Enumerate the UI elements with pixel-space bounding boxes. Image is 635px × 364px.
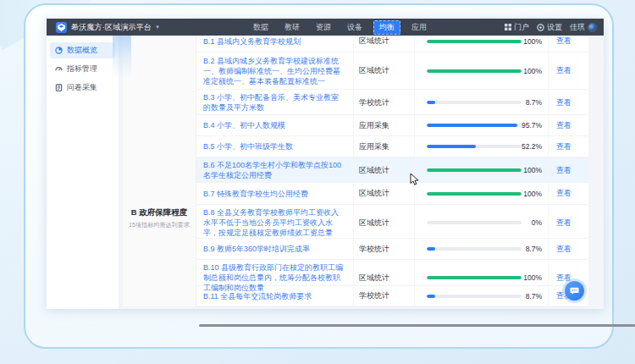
indicator-type: 学校统计: [354, 286, 415, 306]
nav-menu-item-3[interactable]: 资源: [311, 20, 336, 35]
indicator-name-link[interactable]: B.6 不足100名学生村小学和教学点按100名学生核定公用经费: [196, 157, 354, 183]
view-link[interactable]: 查看: [556, 36, 572, 47]
progress-bar: [427, 221, 522, 224]
category-label: B 政府保障程度 15项指标均需达到要求: [123, 207, 196, 229]
progress-percent: 8.7%: [522, 292, 548, 301]
indicator-name-link[interactable]: B.8 全县义务教育学校教师平均工资收入水平不低于当地公务员平均工资收入水平，按…: [196, 205, 354, 240]
action-cell: 查看: [549, 157, 588, 183]
action-cell: 查看: [549, 183, 588, 204]
progress-fill: [427, 69, 522, 73]
page-background: 希沃魔方·区域演示平台 ▾ 数据教研资源设备均衡应用 门户 设置 佳琪: [0, 0, 635, 364]
avatar[interactable]: [588, 23, 597, 32]
top-navbar: 希沃魔方·区域演示平台 ▾ 数据教研资源设备均衡应用 门户 设置 佳琪: [47, 19, 604, 36]
action-cell: 查看: [549, 52, 588, 89]
action-cell: 查看: [549, 205, 588, 240]
indicator-name-link[interactable]: B.9 教师5年360学时培训完成率: [196, 239, 354, 259]
category-subtitle: 15项指标均需达到要求: [124, 221, 194, 229]
nav-menu-item-1[interactable]: 数据: [248, 20, 273, 35]
progress-fill: [427, 295, 435, 298]
survey-collect-icon: [55, 84, 63, 91]
indicator-name-link[interactable]: B.1 县域内义务教育学校规划: [196, 36, 354, 52]
indicator-type: 区域统计: [354, 36, 415, 52]
table-row: B.7 特殊教育学校生均公用经费区域统计100%查看: [196, 183, 588, 205]
sidebar-item-label: 数据概览: [67, 45, 97, 56]
indicator-name-link[interactable]: B.2 县域内城乡义务教育学校建设标准统一、教师编制标准统一、生均公用经费基准定…: [196, 52, 354, 89]
progress-cell: 95.7%: [415, 115, 549, 135]
category-title: B 政府保障程度: [123, 207, 196, 218]
brand[interactable]: 希沃魔方·区域演示平台 ▾: [47, 22, 159, 33]
gear-icon: [537, 24, 544, 31]
sidebar-item-1[interactable]: 数据概览: [50, 42, 115, 58]
table-row: B.6 不足100名学生村小学和教学点按100名学生核定公用经费区域统计100%…: [196, 157, 588, 183]
progress-fill: [427, 145, 476, 148]
progress-percent: 100%: [522, 67, 548, 75]
chat-bubble-icon: [570, 286, 579, 295]
action-cell: 查看: [549, 115, 588, 135]
view-link[interactable]: 查看: [556, 244, 572, 255]
progress-percent: 0%: [522, 218, 548, 227]
indicator-type: 区域统计: [354, 52, 415, 89]
progress-bar: [427, 101, 522, 104]
progress-cell: 8.7%: [415, 239, 549, 259]
nav-menu-item-4[interactable]: 设备: [342, 20, 367, 35]
view-link[interactable]: 查看: [556, 120, 572, 131]
indicator-name-link[interactable]: B.4 小学、初中人数规模: [196, 115, 354, 135]
progress-cell: 100%: [415, 36, 549, 52]
user-menu[interactable]: 佳琪: [570, 22, 597, 33]
view-link[interactable]: 查看: [556, 218, 572, 229]
progress-bar: [427, 69, 522, 73]
nav-menu-item-2[interactable]: 教研: [279, 20, 305, 35]
progress-fill: [427, 247, 435, 251]
progress-cell: 100%: [415, 52, 549, 89]
progress-bar: [427, 145, 522, 148]
sidebar-item-2[interactable]: 指标管理: [50, 61, 115, 77]
progress-percent: 95.7%: [522, 121, 548, 130]
sidebar-item-3[interactable]: 问卷采集: [50, 80, 115, 96]
settings-label: 设置: [547, 22, 562, 33]
progress-percent: 8.7%: [522, 245, 548, 253]
table-row: B.11 全县每年交流轮岗教师要求学校统计8.7%查看: [196, 286, 588, 306]
app-title: 希沃魔方·区域演示平台: [71, 22, 152, 33]
view-link[interactable]: 查看: [556, 65, 572, 76]
settings-button[interactable]: 设置: [537, 22, 562, 33]
progress-bar: [427, 168, 522, 172]
data-overview-icon: [55, 47, 63, 54]
table-row: B.4 小学、初中人数规模应用采集95.7%查看: [196, 115, 588, 136]
table-row: B.5 小学、初中班级学生数应用采集52.2%查看: [196, 136, 588, 157]
nav-menu-item-6[interactable]: 应用: [406, 20, 432, 35]
progress-fill: [427, 192, 522, 196]
progress-cell: 100%: [415, 183, 549, 204]
indicator-name-link[interactable]: B.11 全县每年交流轮岗教师要求: [196, 286, 354, 306]
horizontal-scrollbar[interactable]: [199, 324, 635, 327]
indicator-type: 应用采集: [354, 115, 415, 135]
action-cell: 查看: [549, 36, 588, 52]
view-link[interactable]: 查看: [556, 165, 572, 176]
view-link[interactable]: 查看: [556, 97, 572, 108]
chat-support-button[interactable]: [565, 281, 584, 301]
sidebar-item-label: 指标管理: [67, 63, 97, 74]
indicator-name-link[interactable]: B.7 特殊教育学校生均公用经费: [196, 183, 354, 204]
progress-bar: [427, 124, 522, 127]
progress-bar: [427, 40, 522, 43]
progress-fill: [427, 276, 522, 279]
portal-label: 门户: [514, 22, 529, 33]
progress-percent: 100%: [522, 37, 548, 46]
progress-cell: 52.2%: [415, 136, 549, 157]
indicator-name-link[interactable]: B.5 小学、初中班级学生数: [196, 136, 354, 157]
table-row: B.10 县级教育行政部门在核定的教职工编制总额和岗位总量内，统筹分配各校教职工…: [196, 260, 588, 286]
app-logo-icon: [56, 22, 67, 33]
chevron-down-icon[interactable]: ▾: [156, 24, 159, 30]
view-link[interactable]: 查看: [556, 141, 572, 152]
portal-button[interactable]: 门户: [505, 22, 529, 33]
sidebar-item-label: 问卷采集: [67, 82, 97, 93]
indicator-type: 区域统计: [354, 157, 415, 183]
indicator-type: 学校统计: [354, 239, 415, 259]
progress-cell: 100%: [415, 157, 549, 183]
nav-menu-item-5[interactable]: 均衡: [373, 20, 400, 35]
portal-grid-icon: [505, 24, 511, 30]
view-link[interactable]: 查看: [556, 188, 572, 199]
progress-percent: 100%: [522, 273, 548, 282]
indicator-name-link[interactable]: B.3 小学、初中配备音乐、美术专业教室的数量及平方米数: [196, 90, 354, 115]
progress-fill: [427, 40, 522, 43]
progress-cell: 8.7%: [415, 286, 549, 306]
